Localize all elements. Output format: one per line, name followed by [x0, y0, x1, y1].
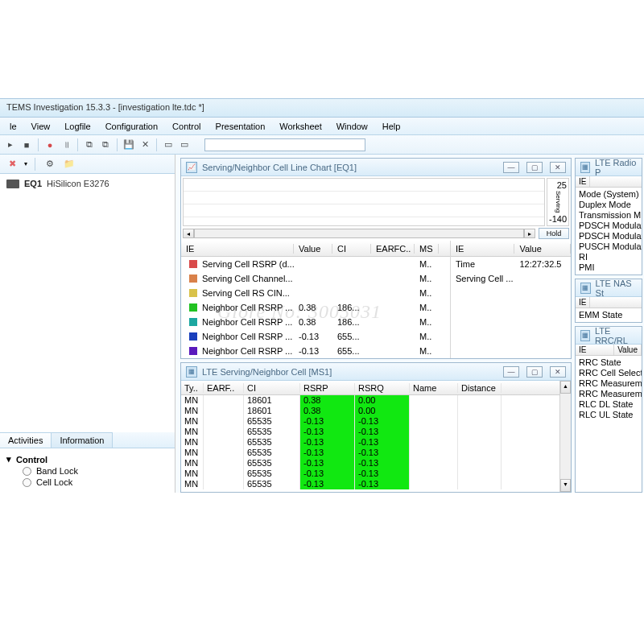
title-bar[interactable]: TEMS Investigation 15.3.3 - [investigati… [0, 98, 644, 118]
scroll-right-button[interactable]: ▸ [524, 229, 535, 238]
table-row[interactable]: Serving Cell RS CIN...M.. [181, 286, 450, 300]
side2-titlebar[interactable]: ▦ LTE NAS St [576, 279, 642, 297]
col-rsrq[interactable]: RSRQ [355, 383, 410, 393]
menu-view[interactable]: View [25, 120, 57, 132]
list-item[interactable]: RLC DL State [579, 399, 638, 410]
list-item[interactable]: PMI [579, 262, 638, 273]
list-item[interactable]: RLC UL State [579, 410, 638, 420]
record-icon[interactable]: ● [43, 138, 57, 152]
table-row[interactable]: Neighbor Cell RSRP ...-0.13655...M.. [181, 344, 450, 358]
tab-information[interactable]: Information [52, 432, 113, 448]
list-item[interactable]: RRC Cell Selecti [579, 368, 638, 378]
minimize-button[interactable]: — [503, 162, 519, 173]
delete-icon[interactable]: ✕ [138, 138, 152, 152]
hold-button[interactable]: Hold [539, 228, 569, 239]
scroll-left-button[interactable]: ◂ [183, 229, 194, 238]
play-icon[interactable]: ▸ [3, 138, 18, 152]
table-row[interactable]: MN65535-0.13-0.13 [181, 416, 559, 427]
pause-icon[interactable]: ॥ [59, 138, 73, 152]
device-combo[interactable] [204, 138, 365, 151]
col-earf[interactable]: EARF.. [204, 383, 244, 393]
col-ie[interactable]: IE [181, 244, 294, 254]
list-item[interactable]: Mode (System) [579, 189, 638, 200]
col-value-r[interactable]: Value [514, 244, 571, 254]
col-ie[interactable]: IE [576, 176, 590, 187]
minimize-button[interactable]: — [503, 366, 519, 378]
table-row[interactable]: MN65535-0.13-0.13 [181, 469, 559, 479]
col-ty[interactable]: Ty.. [181, 383, 204, 393]
col-earfc[interactable]: EARFC.. [371, 244, 415, 254]
col-value[interactable]: Value [614, 345, 642, 355]
col-distance[interactable]: Distance [458, 383, 502, 393]
col-ie[interactable]: IE [576, 297, 590, 308]
panel1-titlebar[interactable]: 📈 Serving/Neighbor Cell Line Chart [EQ1]… [181, 159, 571, 176]
col-ms[interactable]: MS [415, 244, 439, 254]
tree-control-header[interactable]: ▾ Control [6, 453, 168, 465]
maximize-button[interactable]: ▢ [526, 366, 543, 378]
table-row[interactable]: Serving Cell RSRP (d...M.. [181, 257, 450, 271]
menu-logfile[interactable]: Logfile [58, 120, 97, 132]
table-row[interactable]: MN65535-0.13-0.13 [181, 448, 559, 458]
table-row[interactable]: Neighbor Cell RSRP ...0.38186...M.. [181, 300, 450, 315]
menu-configuration[interactable]: Configuration [99, 120, 164, 132]
menu-window[interactable]: Window [330, 120, 374, 132]
tree-band-lock[interactable]: Band Lock [6, 465, 168, 477]
table-row[interactable]: Serving Cell ... [451, 271, 571, 286]
list-item[interactable]: Duplex Mode [579, 200, 638, 210]
col-ie-r[interactable]: IE [451, 244, 514, 254]
col-ci[interactable]: CI [244, 383, 300, 393]
table-row[interactable]: MN186010.380.00 [181, 406, 559, 416]
panel2-titlebar[interactable]: ▦ LTE Serving/Neighbor Cell [MS1] — ▢ ✕ [181, 363, 571, 381]
col-name[interactable]: Name [410, 383, 458, 393]
close-red-icon[interactable]: ✖ [5, 157, 19, 171]
menu-control[interactable]: Control [166, 120, 207, 132]
copy2-icon[interactable]: ⧉ [98, 138, 113, 152]
table-row[interactable]: Serving Cell Channel...M.. [181, 271, 450, 286]
col-rsrp[interactable]: RSRP [300, 383, 355, 393]
table-row[interactable]: MN65535-0.13-0.13 [181, 427, 559, 437]
tree-cell-lock[interactable]: Cell Lock [6, 477, 168, 488]
list-item[interactable]: EMM State [579, 310, 638, 320]
folder-icon[interactable]: 📁 [62, 157, 76, 171]
panel1-header-right: IE Value [451, 241, 571, 257]
side1-titlebar[interactable]: ▦ LTE Radio P [576, 159, 642, 176]
menu-help[interactable]: Help [376, 120, 407, 132]
list-item[interactable]: RRC Measureme [579, 389, 638, 399]
menu-le[interactable]: le [3, 120, 23, 132]
close-button[interactable]: ✕ [550, 366, 566, 378]
report2-icon[interactable]: ▭ [177, 138, 192, 152]
side3-titlebar[interactable]: ▦ LTE RRC/RL [576, 327, 642, 345]
col-ie[interactable]: IE [576, 345, 614, 355]
close-button[interactable]: ✕ [550, 162, 566, 173]
list-item[interactable]: PUSCH Modulati [579, 242, 638, 252]
list-item[interactable]: RRC State [579, 357, 638, 368]
gear-icon[interactable]: ⚙ [43, 157, 57, 171]
device-row[interactable]: EQ1 HiSilicon E3276 [0, 174, 175, 193]
menu-worksheet[interactable]: Worksheet [273, 120, 328, 132]
chart-plot[interactable] [183, 178, 545, 226]
stop-icon[interactable]: ■ [19, 138, 34, 152]
copy-icon[interactable]: ⧉ [82, 138, 97, 152]
list-item[interactable]: RRC Measureme [579, 378, 638, 389]
menu-presentation[interactable]: Presentation [209, 120, 272, 132]
scroll-track[interactable] [194, 229, 524, 238]
table-row[interactable]: MN186010.380.00 [181, 395, 559, 406]
list-item[interactable]: PDSCH Modulati [579, 231, 638, 242]
table-row[interactable]: Time12:27:32.5 [451, 257, 571, 271]
tab-activities[interactable]: Activities [0, 432, 52, 448]
table-row[interactable]: MN65535-0.13-0.13 [181, 458, 559, 469]
table-row[interactable]: Neighbor Cell RSRP ...0.38186...M.. [181, 315, 450, 329]
chevron-down-icon[interactable]: ▾ [24, 160, 27, 167]
maximize-button[interactable]: ▢ [526, 162, 543, 173]
save-icon[interactable]: 💾 [122, 138, 136, 152]
report-icon[interactable]: ▭ [161, 138, 175, 152]
list-item[interactable]: Transmission M [579, 210, 638, 221]
table-row[interactable]: MN65535-0.13-0.13 [181, 479, 559, 489]
list-item[interactable]: PDSCH Modulati [579, 221, 638, 231]
table-row[interactable]: Neighbor Cell RSRP ...-0.13655...M.. [181, 329, 450, 344]
list-item[interactable]: RI [579, 252, 638, 262]
col-ci[interactable]: CI [332, 244, 371, 254]
vertical-scrollbar[interactable] [559, 381, 571, 492]
table-row[interactable]: MN65535-0.13-0.13 [181, 437, 559, 448]
col-value[interactable]: Value [294, 244, 332, 254]
